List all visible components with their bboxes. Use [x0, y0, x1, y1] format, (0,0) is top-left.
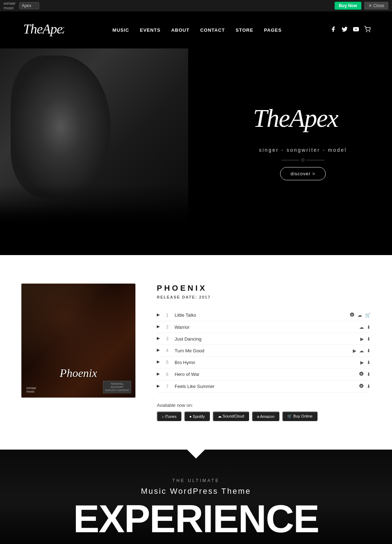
cart-icon[interactable] [364, 26, 371, 34]
facebook-icon[interactable] [330, 26, 336, 34]
spotify-badge[interactable]: ● Spotify [184, 411, 210, 421]
track-number: 1 [166, 313, 171, 318]
nav-contact[interactable]: CONTACT [200, 27, 225, 33]
soundcloud-icon[interactable]: ☁ [359, 348, 364, 353]
spotify-icon[interactable] [359, 371, 364, 377]
nav-about[interactable]: ABOUT [171, 27, 189, 33]
experience-section: THE ULTIMATE Music WordPress Theme EXPER… [0, 450, 392, 544]
experience-content: THE ULTIMATE Music WordPress Theme EXPER… [21, 478, 371, 536]
track-number: 6 [166, 372, 171, 377]
hero-divider [249, 159, 356, 161]
soundcloud-icon[interactable]: ☁ [359, 325, 364, 330]
hero-image-area [0, 48, 188, 227]
table-row: ▶ 7 Feels Like Summer ⬇ [157, 380, 371, 393]
track-actions: ☁ ⬇ [359, 325, 371, 330]
play-button-5[interactable]: ▶ [157, 359, 163, 365]
album-cover: Phoenix sonaarmusic PARENTALADVISORYEXPL… [21, 284, 135, 398]
social-icons [330, 26, 371, 34]
play-button-1[interactable]: ▶ [157, 312, 163, 318]
release-date: RELEASE DATE: 2017 [157, 295, 371, 299]
main-nav: MUSIC EVENTS ABOUT CONTACT STORE PAGES [113, 27, 282, 33]
track-title: Little Talks [175, 312, 350, 318]
play-button-2[interactable]: ▶ [157, 324, 163, 330]
track-number: 5 [166, 360, 171, 365]
track-title: Hero of War [175, 372, 359, 377]
itunes-badge[interactable]: ♪ iTunes [157, 411, 181, 421]
download-icon[interactable]: ⬇ [367, 360, 371, 365]
table-row: ▶ 5 Bro Hymn ▶ ⬇ [157, 357, 371, 368]
nav-events[interactable]: EVENTS [140, 27, 160, 33]
play-button-6[interactable]: ▶ [157, 372, 163, 377]
amazon-badge[interactable]: a Amazon [252, 411, 279, 421]
download-icon[interactable]: ⬇ [367, 336, 371, 342]
track-number: 3 [166, 336, 171, 341]
download-icon[interactable]: ⬇ [367, 384, 371, 389]
nav-music[interactable]: MUSIC [113, 27, 129, 33]
buy-online-badge[interactable]: 🛒 Buy Online [282, 411, 318, 421]
svg-point-2 [366, 31, 367, 32]
cart-track-icon[interactable]: 🛒 [365, 312, 371, 318]
album-title: PHOENIX [157, 284, 371, 293]
table-row: ▶ 6 Hero of War ⬇ [157, 368, 371, 380]
hero-section: TheApex singer - songwriter - model disc… [0, 48, 392, 227]
soundcloud-icon[interactable]: ☁ [357, 312, 362, 318]
discover-button[interactable]: discover > [280, 167, 326, 180]
admin-bar-right: Buy Now ✕ Close [335, 2, 388, 10]
exp-large-text: EXPERIENCE [21, 501, 371, 536]
youtube-track-icon[interactable]: ▶ [353, 348, 356, 353]
track-actions: ☁ 🛒 [350, 312, 371, 318]
spotify-icon[interactable] [359, 383, 364, 389]
available-section: Available now on: ♪ iTunes ● Spotify ☁ S… [157, 403, 371, 421]
close-button[interactable]: ✕ Close [364, 2, 388, 10]
twitter-icon[interactable] [341, 26, 348, 34]
track-number: 4 [166, 348, 171, 353]
album-info: PHOENIX RELEASE DATE: 2017 ▶ 1 Little Ta… [157, 284, 371, 421]
logo-svg: TheApex [21, 19, 64, 38]
site-logo[interactable]: TheApex [21, 19, 64, 41]
track-list: ▶ 1 Little Talks ☁ 🛒 ▶ 2 Warrior ☁ ⬇ [157, 309, 371, 393]
section-triangle [187, 450, 205, 458]
exp-medium-text: Music WordPress Theme [21, 487, 371, 496]
play-button-4[interactable]: ▶ [157, 348, 163, 353]
hero-gradient [0, 205, 392, 227]
youtube-icon[interactable] [353, 26, 359, 34]
parental-advisory-badge: PARENTALADVISORYEXPLICIT CONTENT [103, 381, 131, 393]
buy-now-button[interactable]: Buy Now [335, 2, 361, 10]
youtube-track-icon[interactable]: ▶ [360, 360, 364, 365]
album-cover-icons: sonaarmusic [26, 386, 36, 393]
admin-logo: sonaar music [4, 1, 16, 10]
track-title: Bro Hymn [175, 360, 360, 365]
nav-pages[interactable]: PAGES [264, 27, 282, 33]
youtube-track-icon[interactable]: ▶ [360, 336, 364, 342]
divider-circle [301, 159, 304, 161]
spotify-icon[interactable] [350, 312, 355, 318]
cover-logo-text: sonaarmusic [26, 386, 36, 393]
admin-bar-left: sonaar music Apex [4, 1, 39, 10]
download-icon[interactable]: ⬇ [367, 372, 371, 377]
track-actions: ▶ ⬇ [360, 336, 371, 342]
table-row: ▶ 2 Warrior ☁ ⬇ [157, 321, 371, 333]
download-icon[interactable]: ⬇ [367, 348, 371, 353]
hero-title-svg: TheApex [249, 95, 356, 138]
hero-content: TheApex singer - songwriter - model disc… [249, 95, 356, 180]
table-row: ▶ 1 Little Talks ☁ 🛒 [157, 309, 371, 321]
album-section: Phoenix sonaarmusic PARENTALADVISORYEXPL… [0, 255, 392, 450]
hero-subtitle: singer - songwriter - model [249, 147, 356, 153]
play-button-7[interactable]: ▶ [157, 384, 163, 389]
track-title: Just Dancing [175, 336, 360, 342]
admin-bar: sonaar music Apex Buy Now ✕ Close [0, 0, 392, 11]
nav-store[interactable]: STORE [236, 27, 253, 33]
track-actions: ⬇ [359, 371, 371, 377]
play-button-3[interactable]: ▶ [157, 336, 163, 342]
available-label: Available now on: [157, 403, 371, 408]
track-actions: ▶ ⬇ [360, 360, 371, 365]
exp-small-text: THE ULTIMATE [21, 478, 371, 483]
soundcloud-badge[interactable]: ☁ SoundCloud [213, 411, 249, 421]
site-header: TheApex MUSIC EVENTS ABOUT CONTACT STORE… [0, 11, 392, 48]
theme-select[interactable]: Apex [19, 2, 39, 9]
table-row: ▶ 4 Turn Me Good ▶ ☁ ⬇ [157, 345, 371, 357]
svg-point-3 [369, 31, 370, 32]
track-actions: ▶ ☁ ⬇ [353, 348, 371, 353]
platform-badges: ♪ iTunes ● Spotify ☁ SoundCloud a Amazon… [157, 411, 371, 421]
download-icon[interactable]: ⬇ [367, 325, 371, 330]
